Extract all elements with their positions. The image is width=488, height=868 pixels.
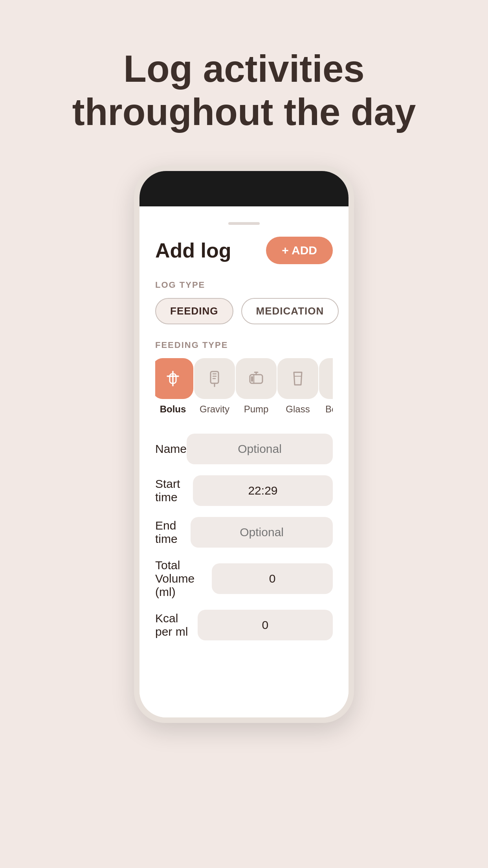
gravity-icon — [204, 368, 225, 389]
feeding-type-bolus[interactable]: Bolus — [155, 358, 191, 415]
bolus-label: Bolus — [160, 404, 186, 415]
phone-screen: Add log + ADD LOG TYPE FEEDING MEDICATIO… — [139, 171, 349, 717]
form-label-name: Name — [155, 442, 187, 456]
log-type-label: LOG TYPE — [155, 280, 333, 290]
sheet-content: Add log + ADD LOG TYPE FEEDING MEDICATIO… — [139, 206, 349, 717]
log-type-feeding[interactable]: FEEDING — [155, 298, 233, 324]
bottle-label: Bottl… — [325, 404, 333, 415]
feeding-type-pump[interactable]: Pump — [238, 358, 274, 415]
end-time-input[interactable] — [191, 517, 333, 548]
feeding-type-gravity[interactable]: Gravity — [197, 358, 232, 415]
sheet-title: Add log — [155, 239, 231, 262]
pump-icon — [246, 368, 266, 389]
form-label-total-volume: Total Volume (ml) — [155, 559, 212, 599]
add-button[interactable]: + ADD — [266, 237, 333, 264]
glass-icon-box — [277, 358, 318, 399]
sheet-header: Add log + ADD — [155, 237, 333, 264]
feeding-type-row: Bolus — [155, 358, 333, 415]
pump-label: Pump — [244, 404, 269, 415]
pump-icon-box — [236, 358, 277, 399]
feeding-type-label: FEEDING TYPE — [155, 340, 333, 350]
form-row-total-volume: Total Volume (ml) — [155, 559, 333, 599]
form-row-name: Name — [155, 434, 333, 464]
name-input[interactable] — [187, 434, 333, 464]
bolus-icon-box — [155, 358, 193, 399]
feeding-type-bottle[interactable]: Bottl… — [322, 358, 333, 415]
gravity-icon-box — [194, 358, 235, 399]
log-type-medication[interactable]: MEDICATION — [241, 298, 339, 324]
hero-line2: throughout the day — [72, 91, 416, 133]
log-type-row: FEEDING MEDICATION — [155, 298, 333, 324]
kcal-input[interactable] — [198, 610, 333, 640]
sheet-handle — [228, 222, 260, 225]
hero-line1: Log activities — [123, 48, 365, 90]
bottle-icon — [329, 368, 333, 389]
add-button-label: + ADD — [282, 244, 317, 257]
phone-top-bar — [139, 171, 349, 206]
page-wrapper: Log activities throughout the day Add lo… — [0, 0, 488, 868]
glass-icon — [288, 368, 308, 389]
glass-label: Glass — [286, 404, 310, 415]
form-label-start-time: Start time — [155, 477, 193, 504]
form-row-end-time: End time — [155, 517, 333, 548]
start-time-input[interactable] — [193, 475, 333, 506]
bolus-icon — [163, 368, 183, 389]
svg-rect-10 — [251, 376, 253, 382]
feeding-type-glass[interactable]: Glass — [280, 358, 316, 415]
phone-mockup: Add log + ADD LOG TYPE FEEDING MEDICATIO… — [134, 166, 354, 723]
phone-outer: Add log + ADD LOG TYPE FEEDING MEDICATIO… — [134, 166, 354, 723]
camera-notch — [216, 192, 272, 206]
gravity-label: Gravity — [200, 404, 229, 415]
hero-text: Log activities throughout the day — [72, 47, 416, 134]
form-row-kcal: Kcal per ml — [155, 610, 333, 644]
form-label-end-time: End time — [155, 519, 191, 546]
svg-rect-3 — [211, 371, 218, 383]
bottle-icon-box — [319, 358, 333, 399]
form-label-kcal: Kcal per ml — [155, 612, 198, 638]
form-row-start-time: Start time — [155, 475, 333, 506]
total-volume-input[interactable] — [212, 563, 333, 594]
